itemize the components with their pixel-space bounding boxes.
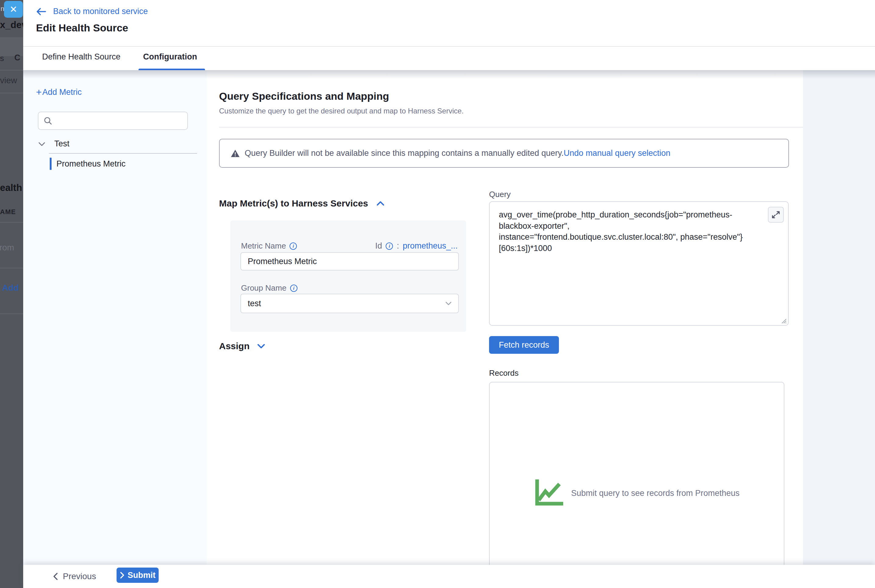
assign-section-header[interactable]: Assign (219, 341, 266, 351)
background-text-fragment: AME (0, 208, 16, 216)
modal-footer: Previous Submit (23, 565, 875, 588)
section-subheading: Customize the query to get the desired o… (219, 107, 464, 115)
query-builder-warning: Query Builder will not be available sinc… (219, 139, 789, 168)
back-link-label: Back to monitored service (53, 7, 148, 16)
query-label: Query (489, 190, 511, 199)
previous-button[interactable]: Previous (51, 565, 98, 588)
expand-query-button[interactable] (768, 207, 784, 223)
search-icon (44, 116, 53, 125)
background-text-fragment: view (0, 76, 17, 86)
map-metrics-section-header[interactable]: Map Metric(s) to Harness Services (219, 198, 385, 208)
line-chart-icon (534, 479, 563, 507)
background-divider (0, 222, 23, 223)
tab-bar: Define Health Source Configuration (23, 46, 875, 70)
metric-name-label: Metric Name i (241, 241, 297, 251)
chevron-down-icon (445, 301, 452, 306)
chevron-left-icon (53, 573, 59, 580)
edit-health-source-screen: n x_dev s C view ealth S AME rom + Add ✕… (0, 0, 875, 588)
group-name-selected-value: test (248, 299, 261, 308)
edit-health-source-modal: Back to monitored service Edit Health So… (23, 0, 875, 588)
records-empty-message: Submit query to see records from Prometh… (571, 489, 740, 498)
expand-icon (771, 210, 780, 219)
section-heading: Query Specifications and Mapping (219, 90, 389, 102)
records-label: Records (489, 368, 519, 378)
id-colon: : (396, 241, 399, 251)
modal-body: + Add Metric Test (23, 70, 875, 565)
metric-search-box (38, 112, 188, 130)
background-divider (0, 268, 23, 268)
background-divider (0, 314, 23, 314)
info-icon[interactable]: i (290, 243, 297, 250)
metric-group-name: Test (54, 139, 69, 148)
fetch-records-button[interactable]: Fetch records (489, 336, 559, 354)
page-title: Edit Health Source (36, 22, 128, 34)
background-divider (0, 70, 23, 70)
metric-group-toggle[interactable]: Test (38, 139, 69, 148)
metric-mapping-card: Metric Name i Id i : prometheus_... Grou… (230, 220, 466, 332)
chevron-right-icon (120, 572, 125, 579)
group-name-label: Group Name i (241, 284, 297, 293)
metrics-sidebar: + Add Metric Test (23, 70, 207, 565)
background-overlay-strip: n x_dev s C view ealth S AME rom + Add (0, 0, 23, 588)
records-empty-state: Submit query to see records from Prometh… (490, 479, 784, 507)
divider (219, 127, 803, 128)
chevron-down-icon (257, 343, 266, 349)
tab-configuration[interactable]: Configuration (143, 52, 197, 62)
add-metric-label: Add Metric (42, 87, 82, 97)
metric-id-row: Id i : prometheus_... (375, 241, 458, 251)
close-icon: ✕ (9, 5, 17, 14)
background-text-fragment: s (0, 54, 4, 63)
background-divider (0, 93, 23, 93)
chevron-down-icon (38, 141, 46, 147)
query-text: avg_over_time(probe_http_duration_second… (499, 209, 761, 254)
sidebar-item-prometheus-metric[interactable]: Prometheus Metric (50, 158, 126, 170)
metric-id-value[interactable]: prometheus_... (403, 241, 458, 251)
add-metric-button[interactable]: + Add Metric (36, 87, 82, 97)
query-mapping-panel: Query Specifications and Mapping Customi… (207, 70, 803, 565)
metric-item-label: Prometheus Metric (56, 159, 126, 169)
map-metrics-title: Map Metric(s) to Harness Services (219, 198, 368, 208)
resize-handle[interactable] (779, 316, 787, 324)
plus-icon: + (36, 87, 42, 97)
id-label: Id (375, 241, 382, 251)
divider (49, 153, 197, 154)
query-editor[interactable]: avg_over_time(probe_http_duration_second… (489, 201, 789, 326)
warning-text: Query Builder will not be available sinc… (245, 148, 564, 158)
close-modal-button[interactable]: ✕ (4, 1, 23, 18)
right-gutter (803, 70, 875, 565)
metric-name-label-text: Metric Name (241, 241, 286, 251)
previous-label: Previous (63, 572, 96, 581)
chevron-up-icon (376, 200, 385, 207)
metric-name-input[interactable] (240, 252, 459, 270)
records-panel: Submit query to see records from Prometh… (489, 382, 784, 565)
info-icon[interactable]: i (386, 243, 393, 250)
group-name-label-text: Group Name (241, 284, 287, 293)
assign-title: Assign (219, 341, 249, 351)
background-text-fragment: x_dev (0, 20, 23, 30)
warning-icon (231, 149, 240, 158)
back-to-monitored-service-link[interactable]: Back to monitored service (36, 7, 148, 16)
selected-indicator-bar (50, 158, 51, 170)
modal-header: Back to monitored service Edit Health So… (23, 0, 875, 46)
background-text-fragment: ealth S (0, 182, 23, 194)
metric-search-input[interactable] (56, 116, 187, 126)
background-text-fragment: + Add (0, 283, 19, 293)
back-arrow-icon (36, 7, 47, 16)
submit-button[interactable]: Submit (117, 568, 159, 583)
info-icon[interactable]: i (290, 285, 297, 292)
group-name-select[interactable]: test (240, 294, 459, 313)
submit-label: Submit (128, 571, 156, 580)
background-text-fragment: rom (0, 243, 14, 252)
undo-manual-query-link[interactable]: Undo manual query selection (564, 148, 671, 158)
background-text-fragment: C (14, 53, 21, 63)
tab-define-health-source[interactable]: Define Health Source (42, 52, 120, 62)
